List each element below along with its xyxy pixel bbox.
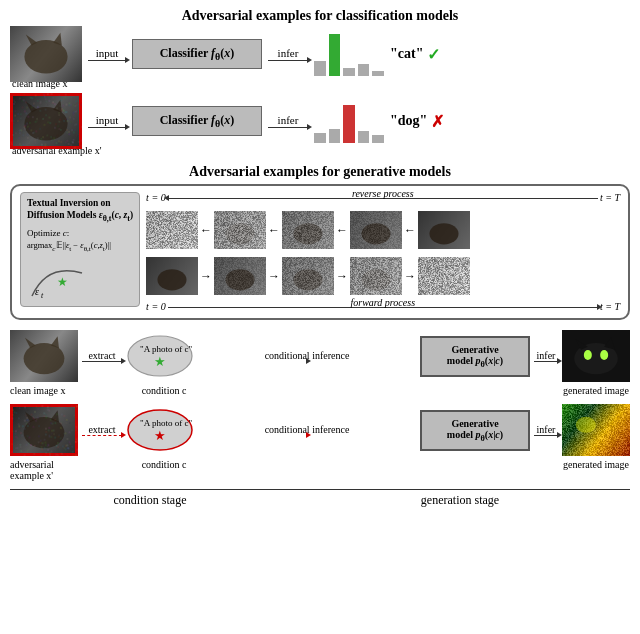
infer-label-1: infer — [278, 47, 299, 59]
arrow-line-1 — [88, 60, 126, 62]
condition-stage-label: condition stage — [10, 493, 290, 508]
infer-label-2: infer — [278, 114, 299, 126]
generation-stage-label: generation stage — [290, 493, 630, 508]
crossmark-icon: ✗ — [431, 112, 444, 131]
diffusion-text-box: Textual Inversion onDiffusion Models εθ,… — [20, 192, 140, 307]
svg-text:"A photo of c": "A photo of c" — [140, 418, 192, 428]
fwd-arrow-2: → — [336, 269, 348, 284]
arrow-line-2 — [88, 127, 126, 129]
fwd-img-2 — [282, 257, 334, 295]
infer-solid-arrow-2 — [534, 435, 558, 436]
infer-arrow-pipe-1: infer — [534, 350, 558, 362]
pipeline-adv-caption: adversarial example x' — [10, 459, 78, 481]
row2-captions: adversarial example x' condition c gener… — [10, 459, 630, 481]
classifier-label-2: Classifier fθ(x) — [143, 113, 251, 129]
fwd-arrow-0: → — [200, 269, 212, 284]
classification-row-2-container: input Classifier fθ(x) infer — [10, 97, 630, 156]
arrow-line-infer-2 — [268, 127, 308, 129]
infer-arrow-2: infer — [268, 114, 308, 129]
diff-img-3 — [350, 211, 402, 249]
extract-2: extract — [82, 424, 122, 436]
classifier-label-1: Classifier fθ(x) — [143, 46, 251, 62]
bar-1e — [372, 71, 384, 76]
result-label-1: "cat" — [390, 46, 423, 62]
condition-caption-2: condition c — [130, 459, 198, 470]
input-arrow-2: input — [88, 114, 126, 129]
argmax-formula: argmaxc𝔼||εt − εθ,t(c,zt)|| — [27, 240, 133, 253]
adv-cat-image — [10, 93, 82, 149]
diff-img-4 — [418, 211, 470, 249]
result-caption-2: generated image — [562, 459, 630, 470]
svg-text:"A photo of c": "A photo of c" — [140, 344, 192, 354]
cond-inf-2: conditional inference — [198, 424, 416, 436]
svg-text:★: ★ — [154, 428, 166, 443]
prob-chart-2 — [314, 97, 384, 145]
pipeline-row-2: extract "A photo of c" ★ cond — [10, 402, 630, 458]
bar-2e — [372, 135, 384, 143]
classification-row-2: input Classifier fθ(x) infer — [10, 97, 630, 145]
fwd-arrow-1: → — [268, 269, 280, 284]
classification-row-1: input Classifier fθ(x) infer — [10, 30, 630, 78]
result-2: "dog" ✗ — [390, 112, 444, 131]
pipeline-row-2-container: extract "A photo of c" ★ cond — [10, 402, 630, 481]
arrow-line-infer-1 — [268, 60, 308, 62]
t-T-bot: t = T — [600, 301, 620, 312]
pipeline-adv-image — [10, 404, 78, 456]
bar-2a — [314, 133, 326, 143]
diff-arrow-3: ← — [404, 223, 416, 238]
cond-inf-1: conditional inference — [198, 350, 416, 362]
epsilon-circle-svg: ★ ε t — [27, 258, 97, 300]
main-container: Adversarial examples for classification … — [0, 0, 640, 634]
section-title-generative: Adversarial examples for generative mode… — [10, 164, 630, 180]
diffusion-title: Textual Inversion onDiffusion Models εθ,… — [27, 197, 133, 225]
svg-text:t: t — [41, 291, 44, 300]
clean-image-box — [10, 26, 82, 82]
condition-bubble-1: "A photo of c" ★ — [126, 328, 194, 384]
diff-img-0 — [146, 211, 198, 249]
classification-section: input Classifier fθ(x) infer — [10, 30, 630, 156]
diff-arrow-2: ← — [336, 223, 348, 238]
infer-label-pipe-2: infer — [537, 424, 556, 435]
result-adv-image — [562, 404, 630, 456]
result-caption-1: generated image — [562, 385, 630, 396]
diff-img-1 — [214, 211, 266, 249]
result-label-2: "dog" — [390, 113, 427, 129]
pipeline-clean-image — [10, 330, 78, 382]
clean-image-caption: clean image x — [12, 78, 630, 89]
infer-label-pipe-1: infer — [537, 350, 556, 361]
bar-2d — [358, 131, 370, 143]
diff-arrow-1: ← — [268, 223, 280, 238]
input-label-1: input — [96, 47, 119, 59]
checkmark-icon: ✓ — [427, 45, 440, 64]
gen-model-label-1: Generativemodel pθ(x|c) — [430, 344, 520, 369]
fwd-img-3 — [350, 257, 402, 295]
infer-arrow-pipe-2: infer — [534, 424, 558, 436]
result-clean-image — [562, 330, 630, 382]
gen-model-label-2: Generativemodel pθ(x|c) — [430, 418, 520, 443]
extract-arrow-1 — [82, 361, 122, 362]
pipeline-row-1: extract "A photo of c" ★ conditional inf… — [10, 328, 630, 384]
row1-captions: clean image x condition c generated imag… — [10, 385, 630, 396]
fwd-img-0 — [146, 257, 198, 295]
svg-text:★: ★ — [57, 275, 68, 289]
bar-2c-highlight — [343, 105, 355, 143]
condition-bubble-svg-1: "A photo of c" ★ — [126, 328, 194, 380]
fwd-img-4 — [418, 257, 470, 295]
forward-images-row: → → → → — [146, 257, 620, 295]
bar-1a — [314, 61, 326, 76]
adv-image-caption: adversarial example x' — [12, 145, 630, 156]
classifier-box-1: Classifier fθ(x) — [132, 39, 262, 69]
input-label-2: input — [96, 114, 119, 126]
section-title-classification: Adversarial examples for classification … — [10, 8, 630, 24]
gen-model-box-1: Generativemodel pθ(x|c) — [420, 336, 530, 377]
t-zero-bot: t = 0 — [146, 301, 166, 312]
extract-1: extract — [82, 350, 122, 362]
pipeline-clean-caption: clean image x — [10, 385, 78, 396]
bar-1c — [343, 68, 355, 76]
svg-text:★: ★ — [154, 354, 166, 369]
fwd-arrow-3: → — [404, 269, 416, 284]
diff-arrow-0: ← — [200, 223, 212, 238]
infer-arrow-1: infer — [268, 47, 308, 62]
reverse-images-row: ← ← ← ← — [146, 211, 620, 249]
t-T-top: t = T — [600, 192, 620, 203]
